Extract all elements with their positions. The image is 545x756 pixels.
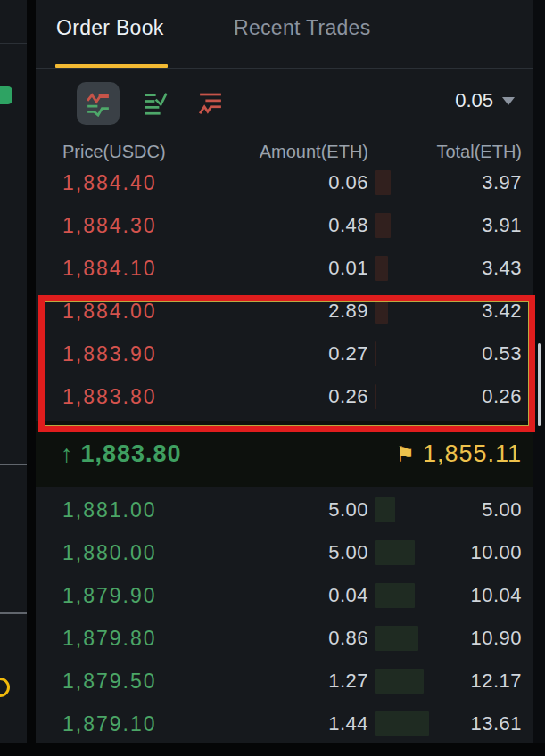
total-cell: 13.61 (470, 712, 522, 735)
depth-bar (375, 540, 415, 565)
price-cell: 1,880.00 (62, 541, 157, 565)
bid-row[interactable]: 1,881.00 5.00 5.00 (36, 489, 533, 531)
ask-row[interactable]: 1,884.40 0.06 3.97 (36, 161, 533, 204)
panel-gap (27, 0, 36, 743)
total-cell: 5.00 (482, 498, 522, 522)
bid-row[interactable]: 1,879.90 0.04 10.04 (36, 574, 533, 617)
col-header-price: Price(USDC) (62, 142, 166, 162)
amount-cell: 1.44 (328, 712, 368, 735)
depth-bar (375, 626, 418, 651)
total-cell: 10.90 (470, 627, 522, 650)
bid-row[interactable]: 1,880.00 5.00 10.00 (36, 531, 533, 574)
price-cell: 1,879.80 (62, 627, 157, 651)
price-cell: 1,884.10 (62, 257, 157, 281)
scrollbar-thumb[interactable] (538, 343, 541, 426)
total-cell: 3.97 (482, 171, 522, 194)
left-neighbor-panel (0, 0, 27, 743)
active-tab-underline (55, 64, 168, 68)
amount-cell: 0.01 (328, 257, 368, 280)
depth-bar (375, 299, 388, 324)
total-cell: 3.91 (482, 214, 522, 237)
ask-row[interactable]: 1,884.30 0.48 3.91 (36, 204, 533, 247)
amount-cell: 1.27 (328, 670, 368, 693)
last-price-value: 1,883.80 (81, 440, 182, 468)
bottom-edge-strip (0, 743, 545, 756)
arrow-up-icon: ↑ (61, 440, 74, 468)
last-price[interactable]: ↑ 1,883.80 (61, 440, 182, 468)
ask-row[interactable]: 1,883.90 0.27 0.53 (36, 333, 533, 375)
ask-row[interactable]: 1,884.00 2.89 3.42 (36, 290, 533, 333)
asks-list: 1,884.40 0.06 3.97 1,884.30 0.48 3.91 1,… (36, 161, 533, 418)
amount-cell: 0.48 (328, 214, 368, 237)
amount-cell: 0.06 (328, 171, 368, 194)
amount-cell: 0.27 (328, 342, 368, 366)
precision-value: 0.05 (455, 89, 493, 112)
amount-cell: 2.89 (328, 300, 368, 323)
depth-bar (375, 213, 391, 238)
total-cell: 10.04 (470, 584, 522, 607)
depth-bar (375, 711, 429, 736)
price-cell: 1,881.00 (62, 498, 157, 522)
order-book-sells-icon (197, 90, 224, 117)
price-cell: 1,883.90 (62, 342, 157, 366)
view-mode-buys-button[interactable] (134, 82, 177, 125)
tab-order-book[interactable]: Order Book (56, 16, 164, 40)
amount-cell: 0.86 (328, 627, 368, 650)
total-cell: 0.26 (482, 385, 522, 408)
right-edge-strip (533, 0, 545, 743)
bid-row[interactable]: 1,879.10 1.44 13.61 (36, 703, 533, 745)
order-book-toolbar: 0.05 (36, 78, 533, 136)
amount-cell: 5.00 (328, 498, 368, 522)
order-book-both-icon (85, 90, 111, 117)
screen: Order Book Recent Trades (0, 0, 545, 756)
amount-cell: 0.04 (328, 584, 368, 607)
view-mode-both-button[interactable] (77, 82, 120, 125)
mark-price-value: 1,855.11 (423, 440, 522, 468)
ask-row[interactable]: 1,884.10 0.01 3.43 (36, 247, 533, 290)
flag-icon: ⚑ (395, 443, 416, 464)
total-cell: 10.00 (470, 541, 522, 564)
divider (0, 464, 27, 465)
col-header-amount: Amount(ETH) (260, 142, 368, 162)
panel-header: Order Book Recent Trades (36, 0, 533, 69)
depth-bar (375, 341, 376, 366)
depth-bar (375, 384, 376, 409)
order-book-panel: Order Book Recent Trades (36, 0, 533, 743)
bid-row[interactable]: 1,879.50 1.27 12.17 (36, 660, 533, 703)
tab-recent-trades[interactable]: Recent Trades (234, 16, 370, 40)
last-price-row: ↑ 1,883.80 ⚑ 1,855.11 (36, 421, 533, 487)
chevron-down-icon (502, 97, 515, 105)
price-cell: 1,879.10 (62, 712, 157, 736)
depth-bar (375, 497, 395, 522)
yellow-digit-fragment (0, 678, 10, 697)
price-cell: 1,879.90 (62, 584, 157, 608)
bids-list: 1,881.00 5.00 5.00 1,880.00 5.00 10.00 1… (36, 489, 533, 745)
depth-bar (375, 170, 391, 195)
divider (0, 43, 27, 44)
price-cell: 1,883.80 (62, 385, 157, 409)
view-mode-sells-button[interactable] (189, 82, 232, 125)
col-header-total: Total(ETH) (436, 142, 522, 162)
amount-cell: 5.00 (328, 541, 368, 564)
amount-cell: 0.26 (328, 385, 368, 408)
price-cell: 1,884.00 (62, 300, 157, 324)
depth-bar (375, 583, 415, 608)
price-cell: 1,879.50 (62, 670, 157, 694)
total-cell: 0.53 (482, 342, 522, 366)
total-cell: 12.17 (470, 670, 522, 693)
depth-bar (375, 256, 388, 281)
total-cell: 3.42 (482, 300, 522, 323)
bid-row[interactable]: 1,879.80 0.86 10.90 (36, 617, 533, 660)
precision-dropdown[interactable]: 0.05 (455, 89, 515, 112)
depth-bar (375, 669, 424, 694)
total-cell: 3.43 (482, 257, 522, 280)
ask-row[interactable]: 1,883.80 0.26 0.26 (36, 375, 533, 418)
mark-price[interactable]: ⚑ 1,855.11 (395, 440, 522, 468)
order-book-buys-icon (142, 90, 169, 117)
price-cell: 1,884.40 (62, 171, 157, 195)
price-cell: 1,884.30 (62, 214, 157, 238)
divider (0, 612, 27, 614)
green-badge-fragment (0, 86, 12, 104)
